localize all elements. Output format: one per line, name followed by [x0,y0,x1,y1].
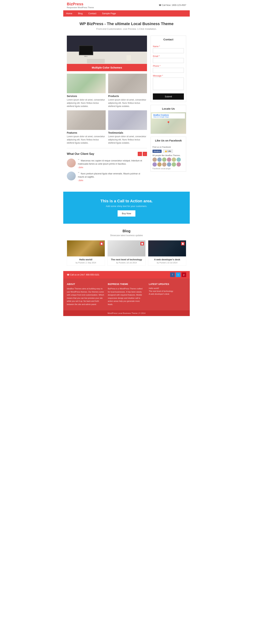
facebook-widget-title: Like Us on Facebook [151,137,186,144]
testimonial-content: " Nunc pretium placerat ligula vitae ven… [78,172,147,182]
map-brand: IdeaBox Creations [153,114,183,116]
name-label: Name * [153,45,184,48]
testimonials-header: What Our Client Say ‹ › [67,152,147,156]
phone-group: Phone * [153,65,184,73]
testimonial-author: -John [78,179,147,182]
testimonial-item: " Nunc pretium placerat ligula vitae ven… [67,172,147,182]
message-input[interactable] [153,78,184,90]
cta-banner: This is a Call to Action area. Add some … [63,192,190,224]
mug [127,55,131,60]
social-facebook[interactable]: f [170,272,175,277]
email-label: Email * [153,55,184,58]
featured-image: Multiple Color Schemes [67,36,147,71]
fb-avatars [152,158,184,166]
fb-avatar [157,162,162,166]
card-title: Products [108,95,147,98]
blog-post-image: 📄 [67,240,105,256]
blog-post-title[interactable]: A web developer's desk [150,258,184,261]
quote-mark: " [78,158,80,162]
footer-theme-title: BIZPRESS THEME [108,283,145,286]
social-pinterest[interactable]: p [181,272,186,277]
cta-title: This is a Call to Action area. [67,199,186,204]
fb-avatar [162,162,166,166]
testimonials-title: What Our Client Say [67,152,94,156]
testimonial-author: -John [78,166,147,169]
logo: BizPress Responsive WordPress Theme [67,2,94,8]
card-products: Products Lorem ipsum dolor sit amet, con… [108,74,147,108]
main-wrapper: Multiple Color Schemes Services Lorem ip… [63,34,190,188]
blog-post-title[interactable]: The next level of technology [109,258,144,261]
blog-post-image: 📄 [148,240,186,256]
name-input[interactable] [153,48,184,53]
cta-button[interactable]: Buy Now [118,210,135,216]
blog-post-meta: by Puneet | 1 Sep 2014 [69,262,103,264]
header-phone: Call Now: 1800-123-4567 [159,4,186,6]
nav-link-blog[interactable]: Blog [75,10,86,16]
hero-sub: Front-end Customization. Live Preview. 1… [67,28,186,30]
fb-icon: ideabox [152,150,162,153]
footer-updates-title: LATEST UPDATES [149,283,186,286]
footer-about-text: IdeaBox Themes aims at building easy to … [67,287,104,306]
footer-updates-list: Hello world!The next level of technology… [149,287,186,295]
nav-link-sample-page[interactable]: Sample Page [99,10,119,16]
logo-tagline: Responsive WordPress Theme [67,6,94,8]
card-text: Lorem ipsum dolor sit amet, consectetur … [67,135,106,144]
card-text: Lorem ipsum dolor sit amet, consectetur … [108,98,147,108]
keyboard [87,59,105,63]
footer-update-link[interactable]: The next level of technology [149,290,186,292]
card-image [67,110,106,130]
fb-like-btn[interactable]: 👍 Like [163,150,173,153]
blog-post: 📄 Hello world! by Puneet | 1 Sep 2014 [67,240,105,266]
footer-social: f t p [170,272,186,277]
fb-avatar [177,162,181,166]
blog-section-title: Blog [67,229,186,233]
testimonial-content: " Maecenas nec sapien id neque consectet… [78,158,147,169]
contact-form: Name * Email * Phone * [151,43,186,102]
blog-section-sub: Showcase latest business updates [67,234,186,237]
blog-post-meta: by Puneet | 10 Jul 2014 [150,262,184,264]
map-link[interactable]: View on Google Maps [153,116,183,118]
blog-post: 📄 A web developer's desk by Puneet | 10 … [148,240,186,266]
cta-sub: Add some shiny text for your customers. [67,205,186,208]
map-placeholder: IdeaBox Creations View on Google Maps 📍 [151,112,186,134]
facebook-content: Find us on Facebook ideabox 👍 Like 84 pe… [151,144,186,171]
nav-link-home[interactable]: Home [63,10,75,16]
footer-update-link[interactable]: Hello world! [149,287,186,289]
contact-widget: Contact Name * Email * [151,36,186,102]
card-image [67,74,106,93]
hero-section: WP BizPress - The ultimate Local Busines… [63,16,190,34]
prev-arrow[interactable]: ‹ [138,152,142,156]
locate-widget: Locate Us IdeaBox Creations View on Goog… [151,105,186,134]
nav-link-contact[interactable]: Contact [86,10,99,16]
footer-phone: ☎ Call us on 24x7: 800-555-0101 [67,274,99,276]
fb-avatar [177,158,181,162]
facebook-widget: Like Us on Facebook Find us on Facebook … [151,137,186,172]
featured-caption: Multiple Color Schemes [67,64,147,71]
fb-avatar [157,158,162,162]
phone-input[interactable] [153,68,184,73]
blog-post-body: The next level of technology by Puneet |… [108,256,145,266]
blog-section: Blog Showcase latest business updates 📄 … [63,224,190,271]
divider [67,148,147,148]
blog-post: 📄 The next level of technology by Puneet… [107,240,146,266]
footer-about-title: ABOUT [67,283,104,286]
footer-top: ☎ Call us on 24x7: 800-555-0101 f t p [63,271,190,278]
nav-arrows: ‹ › [138,152,147,156]
footer-columns: ABOUT IdeaBox Themes aims at building ea… [63,278,190,310]
sidebar: Contact Name * Email * [151,36,186,184]
next-arrow[interactable]: › [143,152,147,156]
blog-post-title[interactable]: Hello world! [69,258,103,261]
locate-widget-title: Locate Us [151,105,186,112]
testimonial-text: Maecenas nec sapien id neque consectetur… [78,160,142,165]
logo-name[interactable]: BizPress [67,2,94,6]
contact-widget-title: Contact [151,36,186,43]
card-text: Lorem ipsum dolor sit amet, consectetur … [67,98,106,108]
fb-avatar [172,158,176,162]
blog-badge: 📄 [140,242,144,246]
submit-button[interactable]: Submit [153,94,184,100]
footer-update-link[interactable]: A web developer's desk [149,293,186,295]
social-twitter[interactable]: t [176,272,180,277]
card-image [108,110,147,130]
email-input[interactable] [153,58,184,63]
card-title: Testimonials [108,131,147,134]
